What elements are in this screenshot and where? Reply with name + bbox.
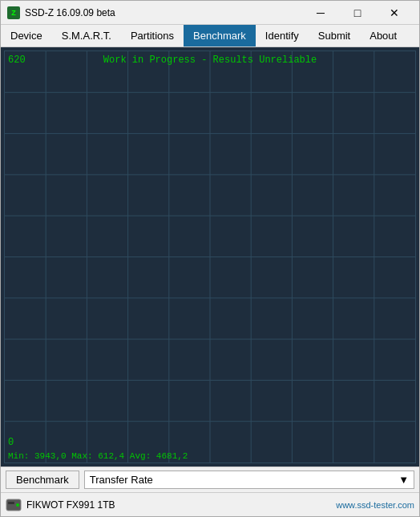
window-controls: ─ □ ✕	[302, 1, 413, 25]
menu-item-submit[interactable]: Submit	[309, 25, 360, 46]
menu-item-partitions[interactable]: Partitions	[121, 25, 184, 46]
close-button[interactable]: ✕	[376, 1, 413, 25]
drive-name-label: FIKWOT FX991 1TB	[26, 499, 331, 511]
menu-item-about[interactable]: About	[360, 25, 406, 46]
storage-icon	[6, 498, 22, 512]
svg-point-20	[16, 503, 19, 507]
chart-svg	[5, 51, 415, 462]
chart-area: 620 Work in Progress - Results Unreliabl…	[4, 50, 416, 463]
content-area: 620 Work in Progress - Results Unreliabl…	[1, 47, 419, 492]
main-window: Z SSD-Z 16.09.09 beta ─ □ ✕ Device S.M.A…	[0, 0, 420, 517]
drive-icon-container	[6, 497, 22, 513]
dropdown-value: Transfer Rate	[90, 474, 153, 486]
menu-item-smart[interactable]: S.M.A.R.T.	[52, 25, 121, 46]
chart-warning-label: Work in Progress - Results Unreliable	[103, 55, 317, 66]
app-icon: Z	[7, 6, 20, 19]
menu-bar: Device S.M.A.R.T. Partitions Benchmark I…	[1, 25, 419, 47]
transfer-rate-dropdown[interactable]: Transfer Rate ▼	[84, 471, 414, 489]
menu-item-device[interactable]: Device	[1, 25, 52, 46]
website-label: www.ssd-tester.com	[336, 500, 414, 510]
status-bar: FIKWOT FX991 1TB www.ssd-tester.com	[1, 492, 419, 516]
minimize-button[interactable]: ─	[302, 1, 339, 25]
chevron-down-icon: ▼	[398, 474, 409, 486]
menu-item-identify[interactable]: Identify	[256, 25, 309, 46]
menu-item-benchmark[interactable]: Benchmark	[184, 25, 256, 46]
benchmark-button[interactable]: Benchmark	[6, 471, 79, 489]
bottom-toolbar: Benchmark Transfer Rate ▼	[1, 467, 419, 492]
title-bar: Z SSD-Z 16.09.09 beta ─ □ ✕	[1, 1, 419, 25]
svg-rect-19	[8, 502, 14, 504]
chart-y-min-label: 0	[8, 437, 14, 448]
maximize-button[interactable]: □	[339, 1, 376, 25]
window-title: SSD-Z 16.09.09 beta	[25, 7, 302, 18]
chart-y-max-label: 620	[8, 55, 26, 66]
chart-stats-label: Min: 3943,0 Max: 612,4 Avg: 4681,2	[8, 451, 188, 461]
